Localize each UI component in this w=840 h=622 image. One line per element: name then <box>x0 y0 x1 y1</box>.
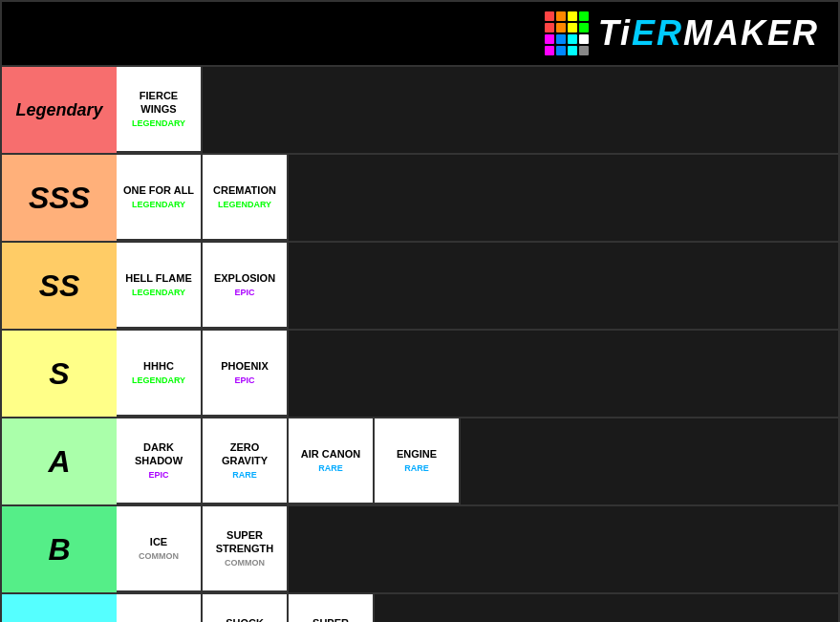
tier-items-s: HHHCLEGENDARYPHOENIXEPIC <box>117 331 838 417</box>
item-name: ENGINE <box>397 448 437 461</box>
tier-label-a: A <box>2 418 117 504</box>
item-name: ICE <box>150 536 167 548</box>
item-name: ONE FOR ALL <box>123 184 194 197</box>
item-rarity: EPIC <box>234 288 254 297</box>
item-rarity: LEGENDARY <box>132 200 185 209</box>
item-name: HHHC <box>143 360 174 373</box>
item-name: FIERCE WINGS <box>120 90 197 115</box>
tier-item-a-2[interactable]: AIR CANONRARE <box>289 418 375 504</box>
tier-item-c-2[interactable]: SUPER REGENCOMMON <box>289 594 375 622</box>
tier-items-c: INVISIBILITYCOMMONSHOCK ABSORBCOMMONSUPE… <box>117 594 838 622</box>
tier-item-sss-0[interactable]: ONE FOR ALLLEGENDARY <box>117 155 203 241</box>
tier-row-a: ADARK SHADOWEPICZERO GRAVITYRAREAIR CANO… <box>2 418 838 506</box>
item-name: HELL FLAME <box>125 272 191 285</box>
logo-cell-13 <box>556 46 566 55</box>
tier-item-s-1[interactable]: PHOENIXEPIC <box>203 331 289 417</box>
tier-item-a-1[interactable]: ZERO GRAVITYRARE <box>203 418 289 504</box>
logo-cell-4 <box>545 23 554 32</box>
logo-cell-8 <box>545 34 554 44</box>
item-name: CREMATION <box>213 184 276 197</box>
tier-row-legendary: LegendaryFIERCE WINGSLEGENDARY <box>2 67 838 155</box>
item-name: SUPER STRENGTH <box>206 529 283 554</box>
logo-cell-5 <box>556 23 566 32</box>
item-rarity: LEGENDARY <box>218 200 271 209</box>
tier-label-sss: SSS <box>2 155 117 241</box>
tier-item-a-0[interactable]: DARK SHADOWEPIC <box>117 418 203 504</box>
logo-cell-0 <box>545 11 554 21</box>
tier-item-a-3[interactable]: ENGINERARE <box>375 418 461 504</box>
tier-row-b: BICECOMMONSUPER STRENGTHCOMMON <box>2 506 838 594</box>
item-rarity: LEGENDARY <box>132 375 185 385</box>
item-name: AIR CANON <box>301 448 360 461</box>
tier-label-c: C <box>2 594 117 622</box>
logo-cell-6 <box>568 23 577 32</box>
tier-item-ss-0[interactable]: HELL FLAMELEGENDARY <box>117 243 203 329</box>
logo-cell-10 <box>568 34 577 44</box>
header: TiERMAKER <box>2 2 838 67</box>
tier-items-sss: ONE FOR ALLLEGENDARYCREMATIONLEGENDARY <box>117 155 838 241</box>
tier-row-sss: SSSONE FOR ALLLEGENDARYCREMATIONLEGENDAR… <box>2 155 838 243</box>
logo-cell-9 <box>556 34 566 44</box>
tier-items-ss: HELL FLAMELEGENDARYEXPLOSIONEPIC <box>117 243 838 329</box>
tiermaker-logo: TiERMAKER <box>545 11 819 55</box>
logo-cell-12 <box>545 46 554 55</box>
item-rarity: COMMON <box>225 558 265 568</box>
tier-label-legendary: Legendary <box>2 67 117 153</box>
tier-item-sss-1[interactable]: CREMATIONLEGENDARY <box>203 155 289 241</box>
logo-grid <box>545 11 589 55</box>
logo-text: TiERMAKER <box>598 13 819 54</box>
item-rarity: RARE <box>232 470 257 480</box>
tiers-container: LegendaryFIERCE WINGSLEGENDARYSSSONE FOR… <box>2 67 838 622</box>
tier-row-c: CINVISIBILITYCOMMONSHOCK ABSORBCOMMONSUP… <box>2 594 838 622</box>
logo-cell-11 <box>579 34 589 44</box>
logo-cell-2 <box>568 11 577 21</box>
item-rarity: LEGENDARY <box>132 118 185 128</box>
item-rarity: RARE <box>318 463 343 473</box>
tier-items-legendary: FIERCE WINGSLEGENDARY <box>117 67 838 153</box>
logo-cell-1 <box>556 11 566 21</box>
item-name: SHOCK ABSORB <box>206 617 283 622</box>
tier-items-b: ICECOMMONSUPER STRENGTHCOMMON <box>117 506 838 592</box>
tier-item-ss-1[interactable]: EXPLOSIONEPIC <box>203 243 289 329</box>
tier-label-ss: SS <box>2 243 117 329</box>
logo-cell-3 <box>579 11 589 21</box>
tier-item-b-1[interactable]: SUPER STRENGTHCOMMON <box>203 506 289 592</box>
tier-item-legendary-0[interactable]: FIERCE WINGSLEGENDARY <box>117 67 203 153</box>
tier-item-c-1[interactable]: SHOCK ABSORBCOMMON <box>203 594 289 622</box>
tier-item-s-0[interactable]: HHHCLEGENDARY <box>117 331 203 417</box>
item-name: PHOENIX <box>221 360 269 373</box>
item-rarity: EPIC <box>148 470 168 480</box>
logo-cell-14 <box>568 46 577 55</box>
item-rarity: COMMON <box>139 551 179 561</box>
item-rarity: RARE <box>404 463 429 473</box>
tier-row-ss: SSHELL FLAMELEGENDARYEXPLOSIONEPIC <box>2 243 838 331</box>
tier-label-b: B <box>2 506 117 592</box>
tier-item-c-0[interactable]: INVISIBILITYCOMMON <box>117 594 203 622</box>
logo-cell-7 <box>579 23 589 32</box>
tier-list: TiERMAKER LegendaryFIERCE WINGSLEGENDARY… <box>0 0 840 622</box>
item-name: EXPLOSION <box>214 272 275 285</box>
tier-item-b-0[interactable]: ICECOMMON <box>117 506 203 592</box>
item-name: ZERO GRAVITY <box>206 441 283 466</box>
tier-row-s: SHHHCLEGENDARYPHOENIXEPIC <box>2 331 838 418</box>
item-rarity: LEGENDARY <box>132 288 185 297</box>
tier-label-s: S <box>2 331 117 417</box>
tier-items-a: DARK SHADOWEPICZERO GRAVITYRAREAIR CANON… <box>117 418 838 504</box>
item-name: SUPER REGEN <box>292 617 369 622</box>
item-name: DARK SHADOW <box>120 441 197 466</box>
logo-cell-15 <box>579 46 589 55</box>
item-rarity: EPIC <box>234 375 254 385</box>
